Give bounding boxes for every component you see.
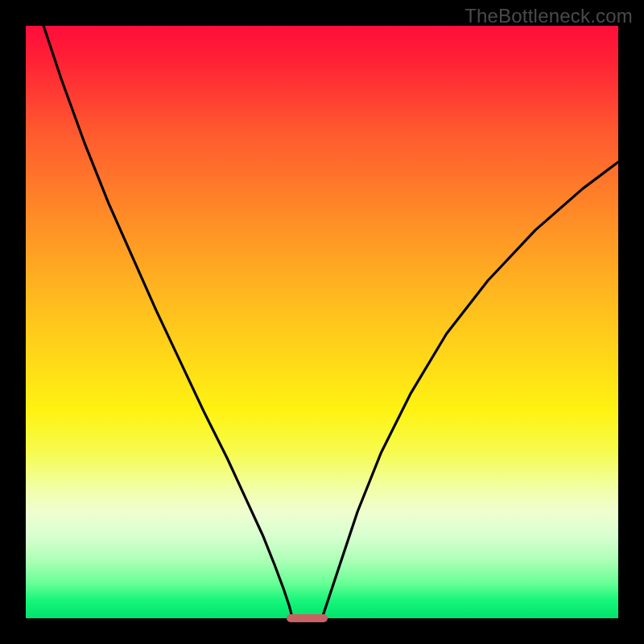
bottleneck-bar [287,614,328,622]
plot-area [26,26,618,618]
curve-layer [26,26,618,618]
chart-frame: TheBottleneck.com [0,0,644,644]
right-curve [322,162,618,618]
watermark-text: TheBottleneck.com [464,5,633,27]
left-curve [43,26,292,618]
